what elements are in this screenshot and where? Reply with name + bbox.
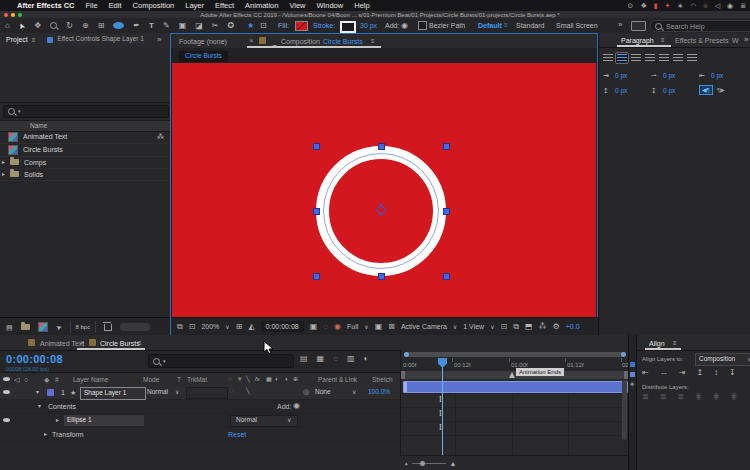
selection-handle[interactable] (443, 273, 450, 280)
selection-handle[interactable] (313, 273, 320, 280)
interpret-footage-icon[interactable]: ▤ (6, 324, 13, 331)
bit-depth-label[interactable]: 8 bpc (70, 321, 97, 333)
layer-in-handle[interactable] (404, 382, 407, 392)
distribute-top-button[interactable]: ≣ (642, 393, 649, 401)
menu-help[interactable]: Help (354, 2, 369, 10)
project-item-circle-bursts[interactable]: Circle Bursts (0, 143, 178, 157)
new-folder-icon[interactable] (21, 324, 30, 330)
timeline-zoom-slider[interactable] (412, 463, 446, 464)
align-target-dropdown[interactable]: Composition ∨ (695, 353, 750, 366)
view-dropdown-icon[interactable]: ∨ (490, 324, 494, 330)
menu-animation[interactable]: Animation (245, 2, 278, 10)
type-tool-icon[interactable]: T (149, 22, 154, 30)
camera-dropdown-icon[interactable]: ∨ (453, 324, 457, 330)
close-tab-icon[interactable]: × (249, 37, 254, 45)
view-layout-dropdown[interactable]: 1 View (463, 323, 484, 330)
show-snapshot-icon[interactable]: ◌ (323, 323, 328, 331)
zoom-window-button[interactable] (18, 13, 22, 17)
pan-behind-tool-icon[interactable]: ⊞ (98, 22, 105, 30)
tab-effects-presets[interactable]: Effects & Presets (675, 37, 729, 44)
timeline-search-box[interactable]: ▾ (148, 354, 294, 368)
new-composition-icon[interactable] (38, 322, 48, 332)
adobe-stock-icon[interactable] (631, 21, 646, 31)
ellipse-mode-dropdown-icon[interactable]: ∨ (287, 417, 291, 423)
search-help-box[interactable]: Search Help (650, 20, 750, 32)
distribute-bottom-button[interactable]: ≣ (677, 393, 684, 401)
clone-stamp-tool-icon[interactable]: ▣ (179, 22, 187, 30)
timeline-button-icon[interactable]: ⬒ (525, 323, 533, 331)
expand-arrow-icon[interactable]: ▸ (2, 159, 5, 165)
hand-tool-icon[interactable]: ✥ (35, 22, 42, 30)
comp-marker-icon[interactable] (509, 372, 515, 378)
contents-group-row[interactable]: ▾ Contents Add: ◉ (0, 399, 400, 414)
frame-blending-icon[interactable]: ▥ (347, 355, 355, 363)
brush-tool-icon[interactable]: ✎ (163, 22, 170, 30)
indent-first-line-value[interactable]: 0 px (663, 73, 675, 80)
tab-w-clipped[interactable]: W (732, 37, 739, 44)
workspace-small-screen[interactable]: Small Screen (556, 22, 598, 29)
stroke-width-value[interactable]: 30 px (360, 22, 377, 29)
rotation-tool-icon[interactable]: ↻ (66, 22, 73, 30)
menu-effect[interactable]: Effect (215, 2, 234, 10)
fill-color-swatch[interactable] (295, 21, 308, 31)
volume-icon[interactable]: ◁ (715, 2, 720, 9)
pen-tool-icon[interactable]: ✒ (133, 22, 140, 30)
column-mode[interactable]: Mode (143, 377, 159, 384)
resolution-dropdown[interactable]: Full (347, 323, 358, 330)
current-timecode[interactable]: 0:00:00:08 (6, 353, 63, 365)
column-name[interactable]: Name (30, 123, 47, 130)
work-area-start-handle[interactable] (401, 371, 405, 379)
project-overflow-icon[interactable]: » (157, 36, 161, 44)
puppet-pin-tool-icon[interactable]: ✪ (227, 22, 234, 30)
zoom-tool-icon[interactable] (50, 22, 57, 29)
selection-handle[interactable] (443, 143, 450, 150)
indent-left-value[interactable]: 0 px (615, 73, 627, 80)
quality-switch[interactable]: ╲ (246, 388, 250, 394)
justify-last-left-button[interactable] (644, 53, 656, 63)
project-item-solids[interactable]: ▸ Solids (0, 168, 172, 181)
transform-reset-button[interactable]: Reset (228, 431, 246, 438)
align-left-button[interactable] (602, 53, 614, 63)
gpu-status-icon[interactable]: ✦ (665, 2, 671, 9)
ellipse-visibility-eye-icon[interactable] (3, 418, 10, 422)
layer-name-field[interactable]: Shape Layer 1 (80, 387, 146, 400)
zoom-level-dropdown[interactable]: 200% (201, 323, 219, 330)
home-tool-icon[interactable]: ⌂ (5, 22, 10, 30)
text-direction-ltr-button-active[interactable]: ◀¶ (699, 85, 713, 95)
parent-dropdown[interactable]: None (315, 389, 331, 396)
menu-composition[interactable]: Composition (133, 2, 175, 10)
close-window-button[interactable] (4, 13, 8, 17)
align-left-edges-button[interactable]: ⇤ (642, 369, 649, 377)
navigator-end-handle[interactable] (621, 352, 626, 357)
layer-visibility-eye-icon[interactable] (3, 390, 10, 394)
motion-blur-icon[interactable]: ◐ (363, 355, 368, 363)
eraser-tool-icon[interactable]: ◪ (195, 22, 203, 30)
time-navigator-bar[interactable] (404, 352, 626, 357)
delete-icon[interactable] (104, 324, 112, 331)
mode-dropdown-icon[interactable]: ∨ (175, 389, 179, 395)
tab-composition-prefix[interactable]: Composition (281, 38, 320, 45)
roto-brush-tool-icon[interactable]: ✂ (212, 22, 219, 30)
exposure-gear-icon[interactable]: ⚙ (553, 323, 560, 331)
layer-row-shape-layer-1[interactable]: ▾ 1 ★ Shape Layer 1 Normal ∨ ╲ ◌ ◎ None … (0, 385, 400, 400)
zoom-out-mountain-icon[interactable]: ▴ (405, 461, 408, 466)
project-search-box[interactable]: ▾ (3, 105, 169, 118)
gutter-layer-icon[interactable] (630, 372, 635, 377)
timeline-tab-animated-text[interactable]: Animated Text (40, 340, 84, 347)
minimize-window-button[interactable] (11, 13, 15, 17)
menu-file[interactable]: File (86, 2, 98, 10)
zoom-in-mountain-icon[interactable]: ▲ (450, 460, 457, 467)
menu-edit[interactable]: Edit (109, 2, 122, 10)
timeline-vscrollbar[interactable] (622, 380, 627, 440)
bluetooth-icon[interactable]: ∗ (677, 2, 683, 9)
layer-duration-bar[interactable] (403, 381, 628, 393)
siri-icon[interactable]: ◉ (727, 2, 733, 9)
tab-project[interactable]: Project (6, 36, 28, 43)
fast-previews-icon[interactable]: ⧉ (513, 323, 519, 331)
blend-mode-dropdown[interactable]: Normal (147, 389, 168, 396)
composition-canvas[interactable] (172, 63, 596, 317)
selection-handle[interactable] (378, 273, 385, 280)
comp-marker-label[interactable]: Animation Ends (516, 368, 564, 376)
notification-center-icon[interactable]: ≣ (740, 2, 746, 9)
space-after-value[interactable]: 0 px (663, 88, 675, 95)
